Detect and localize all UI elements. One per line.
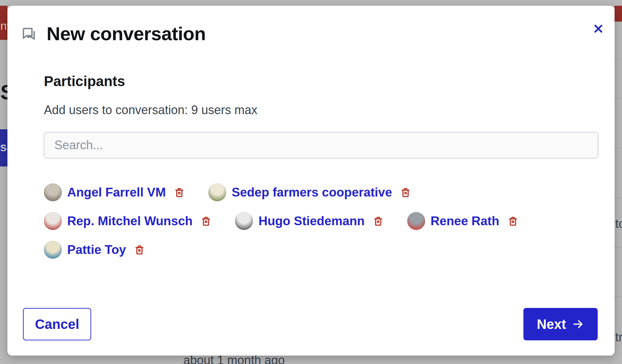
participant-chip: Hugo Stiedemann bbox=[235, 212, 385, 230]
trash-icon bbox=[372, 215, 384, 227]
background-right-text-fragment: tr bbox=[615, 330, 622, 344]
modal-body: Participants Add users to conversation: … bbox=[7, 74, 615, 259]
background-row-divider bbox=[615, 148, 622, 148]
next-button[interactable]: Next bbox=[523, 308, 598, 340]
background-active-item-fragment: sa bbox=[0, 129, 7, 166]
search-input[interactable] bbox=[44, 132, 598, 158]
background-row-divider bbox=[615, 296, 622, 297]
trash-icon bbox=[200, 215, 212, 227]
remove-participant-button[interactable] bbox=[199, 214, 213, 228]
participant-chip: Rep. Mitchel Wunsch bbox=[44, 212, 213, 230]
participant-avatar bbox=[44, 212, 62, 230]
background-row-divider bbox=[615, 98, 622, 99]
participant-name[interactable]: Pattie Toy bbox=[67, 243, 126, 257]
modal-footer: Cancel Next bbox=[23, 308, 598, 340]
close-button[interactable] bbox=[591, 21, 606, 36]
remove-participant-button[interactable] bbox=[371, 214, 385, 228]
participant-avatar bbox=[407, 212, 425, 230]
close-icon bbox=[593, 23, 604, 34]
cancel-button[interactable]: Cancel bbox=[23, 308, 91, 340]
participant-name[interactable]: Hugo Stiedemann bbox=[258, 214, 365, 228]
participant-name[interactable]: Angel Farrell VM bbox=[67, 185, 166, 200]
background-row-divider bbox=[615, 247, 622, 248]
next-button-label: Next bbox=[537, 317, 566, 332]
trash-icon bbox=[174, 187, 185, 198]
participant-chip: Sedep farmers cooperative bbox=[208, 183, 412, 201]
participant-avatar bbox=[208, 183, 226, 201]
trash-icon bbox=[507, 215, 519, 227]
arrow-right-icon bbox=[572, 318, 584, 330]
chat-bubbles-icon bbox=[20, 25, 37, 42]
participant-avatar bbox=[44, 183, 62, 201]
background-right-text-fragment: to bbox=[615, 217, 622, 231]
remove-participant-button[interactable] bbox=[133, 243, 146, 257]
trash-icon bbox=[134, 244, 145, 256]
participant-chip: Renee Rath bbox=[407, 212, 520, 230]
participant-chip: Pattie Toy bbox=[44, 241, 146, 259]
participants-heading: Participants bbox=[44, 74, 598, 88]
participant-name[interactable]: Renee Rath bbox=[431, 214, 499, 228]
modal-header: New conversation bbox=[7, 6, 615, 45]
background-row-divider bbox=[615, 58, 622, 59]
participant-avatar bbox=[44, 241, 62, 259]
background-nav-bar-right-fragment bbox=[615, 6, 622, 22]
participant-chip: Angel Farrell VM bbox=[44, 183, 186, 201]
remove-participant-button[interactable] bbox=[506, 214, 520, 228]
participants-list: Angel Farrell VM Sedep farmers cooperati… bbox=[44, 183, 598, 259]
participants-helper-text: Add users to conversation: 9 users max bbox=[44, 103, 598, 117]
participant-name[interactable]: Rep. Mitchel Wunsch bbox=[67, 214, 192, 228]
remove-participant-button[interactable] bbox=[173, 186, 186, 199]
new-conversation-modal: New conversation Participants Add users … bbox=[7, 6, 615, 356]
background-nav-bar-fragment: nv bbox=[0, 6, 7, 40]
participant-name[interactable]: Sedep farmers cooperative bbox=[232, 185, 392, 200]
remove-participant-button[interactable] bbox=[399, 186, 412, 199]
modal-title: New conversation bbox=[47, 23, 206, 45]
participant-avatar bbox=[235, 212, 253, 230]
trash-icon bbox=[400, 187, 411, 198]
background-row-divider bbox=[615, 197, 622, 198]
